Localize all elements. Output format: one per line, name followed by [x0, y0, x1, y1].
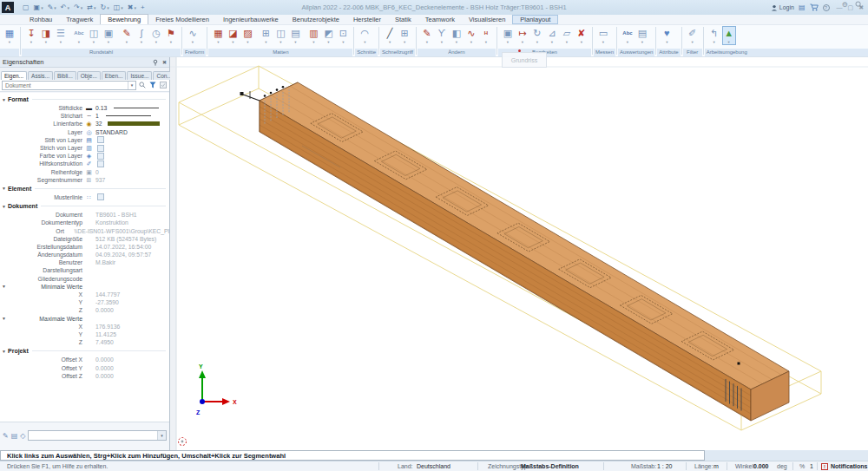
crane-hook-icon-dropdown[interactable]: ▾	[141, 40, 142, 44]
rebar-text-icon[interactable]: Abc▾	[72, 26, 86, 45]
freeform-curve-icon-dropdown[interactable]: ▾	[192, 40, 194, 44]
ruler-icon-dropdown[interactable]: ▾	[602, 40, 604, 44]
menu-tab-ingenieurbauwerke[interactable]: Ingenieurbauwerke	[216, 14, 286, 24]
ruler-icon[interactable]: ▭▾	[596, 26, 610, 45]
mesh-list-icon-dropdown[interactable]: ▾	[294, 40, 296, 44]
copy-icon[interactable]: ▣▾	[501, 26, 515, 45]
rebar-text-icon-dropdown[interactable]: ▾	[78, 40, 80, 44]
property-value[interactable]: 04.09.2024, 09:57:57	[95, 252, 151, 258]
workspace-icon-dropdown[interactable]: ▾	[728, 40, 730, 44]
status-drawing-type-value[interactable]: Maßstabs-Definition	[521, 463, 579, 469]
rebar-shape-icon-dropdown[interactable]: ▾	[45, 40, 47, 44]
mesh-check-icon-dropdown[interactable]: ▾	[327, 40, 329, 44]
rebar-place-icon[interactable]: ↧▾	[24, 26, 38, 45]
view-copy-icon[interactable]: ▣▾	[102, 26, 115, 45]
panel-funnel-icon[interactable]	[148, 82, 157, 90]
search-icon[interactable]	[855, 1, 863, 9]
property-value[interactable]: M.Bakir	[95, 259, 115, 265]
rebar-grid-icon-dropdown[interactable]: ▾	[60, 40, 62, 44]
sketch-edit-icon-dropdown[interactable]: ▾	[126, 40, 128, 44]
checkbox-strich-von-layer[interactable]	[97, 145, 104, 152]
mesh-cut-icon-dropdown[interactable]: ▾	[247, 40, 248, 44]
attributes-icon-dropdown[interactable]: ▾	[666, 40, 667, 44]
property-value[interactable]: 1	[95, 113, 99, 119]
section-arch-icon[interactable]: ◠▾	[358, 26, 372, 45]
rotate-icon-dropdown[interactable]: ▾	[536, 40, 538, 44]
stamp-icon-dropdown[interactable]: ▾	[456, 40, 457, 44]
panel-bottom-combo[interactable]: ▾	[28, 430, 167, 441]
subsection-minimale-werte[interactable]: ▼Minimale Werte	[0, 283, 169, 291]
property-value[interactable]: 512 KB (524574 Bytes)	[95, 236, 156, 242]
property-value[interactable]: 14.07.2022, 16:54:00	[95, 244, 151, 250]
mesh-window-icon[interactable]: ⊞▾	[259, 26, 273, 45]
flag-icon-dropdown[interactable]: ▾	[170, 40, 172, 44]
property-value[interactable]: 937	[95, 177, 105, 183]
panel-tab-eben[interactable]: Eben...	[102, 71, 127, 80]
property-value[interactable]: 7.4950	[95, 339, 114, 345]
view-window-icon-dropdown[interactable]: ▾	[93, 40, 95, 44]
panel-filter-combo[interactable]: ▾	[2, 81, 136, 90]
dimension-grid-icon[interactable]: ⊞▾	[398, 26, 411, 45]
checkbox-musterlinie[interactable]	[97, 193, 104, 200]
property-value[interactable]: 0.0000	[95, 365, 114, 371]
wave-icon-dropdown[interactable]: ▾	[470, 40, 472, 44]
panel-filter-input[interactable]	[3, 82, 128, 88]
menu-tab-tragwerk[interactable]: Tragwerk	[59, 14, 100, 24]
viewport-3d[interactable]: YXZ Grundriss	[170, 57, 868, 450]
notification-icon[interactable]: !	[821, 463, 828, 470]
combo-dropdown-icon[interactable]: ▾	[128, 82, 135, 89]
panel-close-icon[interactable]: ✖	[162, 59, 167, 65]
checkbox-farbe-von-layer[interactable]	[97, 153, 104, 160]
report-text-icon[interactable]: Abc▾	[621, 26, 635, 45]
allplan-logo[interactable]: A	[2, 2, 14, 13]
mesh-edit-icon-dropdown[interactable]: ▾	[312, 40, 314, 44]
mesh-window-icon-dropdown[interactable]: ▾	[265, 40, 266, 44]
save-as-icon[interactable]: ✎▾	[46, 2, 58, 13]
login-button[interactable]: Login	[771, 4, 794, 11]
layout-window-icon[interactable]: ◫▾	[112, 2, 125, 13]
mesh-place-icon-dropdown[interactable]: ▾	[217, 40, 219, 44]
mesh-box-icon-dropdown[interactable]: ▾	[342, 40, 344, 44]
edit-pencil-icon-dropdown[interactable]: ▾	[426, 40, 428, 44]
tools-icon[interactable]: ✖▾	[126, 2, 138, 13]
mesh-box-icon[interactable]: ⊡▾	[336, 26, 350, 45]
panel-tab-bibli[interactable]: Bibli...	[54, 71, 76, 80]
menu-tab-visualisieren[interactable]: Visualisieren	[462, 14, 512, 24]
menu-tab-hersteller[interactable]: Hersteller	[346, 14, 388, 24]
wireframe-view-icon-dropdown[interactable]: ▾	[9, 40, 10, 44]
settings-gear-icon[interactable]: ⚙	[842, 1, 848, 9]
section-element[interactable]: ▼Element	[0, 184, 169, 193]
property-value[interactable]: -27.3590	[95, 299, 119, 305]
menu-tab-rohbau[interactable]: Rohbau	[23, 14, 59, 24]
property-value[interactable]: 176.9136	[95, 324, 120, 330]
mirror-icon[interactable]: ⊿▾	[545, 26, 559, 45]
favorite-save-icon[interactable]: ◇	[20, 432, 25, 440]
shop-cart-icon[interactable]	[810, 3, 819, 11]
menu-tab-freiesmodellieren[interactable]: Freies Modellieren	[148, 14, 216, 24]
mesh-cut-icon[interactable]: ▨▾	[240, 26, 254, 45]
flag-icon[interactable]: ⚑▾	[164, 26, 178, 45]
status-scale-value[interactable]: 1 : 20	[657, 463, 673, 469]
mirror-icon-dropdown[interactable]: ▾	[551, 40, 553, 44]
property-value[interactable]: 11.4125	[95, 331, 116, 337]
property-value[interactable]: \\DE-ISN01-WFS001\Group\KEC_Pl	[74, 228, 169, 234]
menu-tab-bewehrung[interactable]: Bewehrung	[100, 14, 148, 24]
help-icon[interactable]: ?	[823, 4, 830, 11]
panel-tab-eigen[interactable]: Eigen...	[1, 71, 27, 80]
clock-icon[interactable]: ◷▾	[149, 26, 163, 45]
status-length-unit-value[interactable]: m	[713, 463, 719, 469]
rebar-grid-icon[interactable]: ☰▾	[54, 26, 68, 45]
wireframe-view-icon[interactable]: ▦▾	[3, 26, 16, 45]
property-value[interactable]: 32	[95, 121, 102, 127]
branch-icon[interactable]: ϒ▾	[435, 26, 449, 45]
rebar-shape-icon[interactable]: ◨▾	[39, 26, 53, 45]
copy-icon-dropdown[interactable]: ▾	[507, 40, 509, 44]
status-country-value[interactable]: Deutschland	[417, 463, 450, 469]
move-icon[interactable]: ↦▾	[516, 26, 529, 45]
edit-pen-icon[interactable]: ✎	[3, 432, 9, 440]
edit-pencil-icon[interactable]: ✎▾	[420, 26, 434, 45]
view-window-icon[interactable]: ◫▾	[87, 26, 101, 45]
property-value[interactable]: 0.0000	[95, 373, 114, 379]
report-text-icon-dropdown[interactable]: ▾	[627, 40, 628, 44]
h-profile-icon-dropdown[interactable]: ▾	[485, 40, 487, 44]
